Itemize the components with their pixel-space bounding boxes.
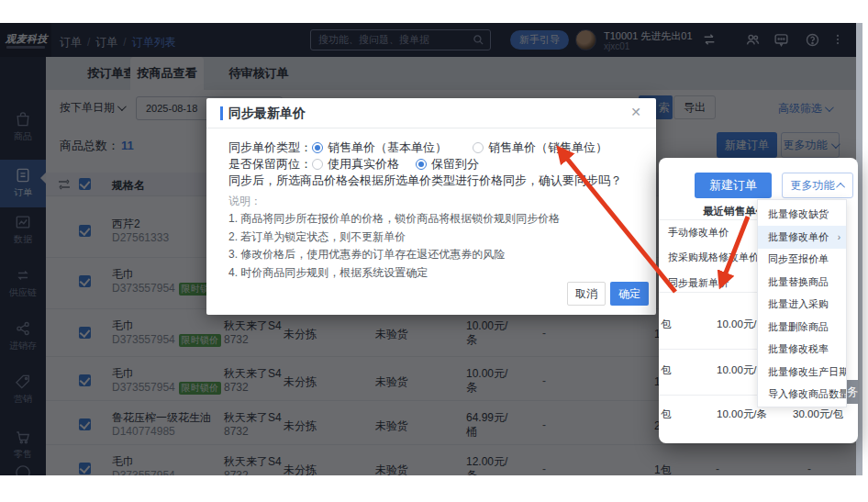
radio-unchecked-icon <box>473 142 484 153</box>
price-fragment: 30.00元/包 <box>793 407 843 421</box>
menu-callout-panel: 新建订单 更多功能 最近销售单价 手动修改单价按采购规格修改单价同步最新单价 包… <box>659 158 858 443</box>
menu-item-7[interactable]: 批量修改税率 <box>758 338 846 361</box>
new-order-button[interactable]: 新建订单 <box>695 173 772 198</box>
more-functions-menu: 批量修改缺货批量修改单价›同步至报价单批量替换商品批量进入采购批量删除商品批量修… <box>757 199 847 407</box>
quantity-fragment: 包 <box>661 318 672 331</box>
radio-unchecked-icon <box>312 159 323 170</box>
quantity-fragment: 包 <box>661 407 672 421</box>
menu-item-9[interactable]: 导入修改商品数量 <box>758 383 846 406</box>
note-line: 2. 若订单为锁定状态，则不更新单价 <box>228 229 560 247</box>
screenshot-stage: 观麦科技 订单/订单/订单列表 搜功能、搜问题、搜单据 新手引导 T10001 … <box>0 0 868 502</box>
dialog-header: 同步最新单价 ✕ <box>206 98 656 128</box>
radio-sale-price-sale-unit[interactable]: 销售单价（销售单位） <box>473 140 607 154</box>
notes-list: 1. 商品将同步所在报价单的价格，锁价商品将根据锁价规则同步价格2. 若订单为锁… <box>228 210 560 282</box>
radio-sale-price-base-unit[interactable]: 销售单价（基本单位） <box>312 140 447 154</box>
radio-checked-icon <box>312 142 323 153</box>
divider <box>659 292 757 293</box>
chevron-up-icon <box>836 182 845 191</box>
confirm-message: 同步后，所选商品价格会根据所选单价类型进行价格同步，确认要同步吗？ <box>228 173 622 189</box>
notes-title: 说明： <box>228 194 262 209</box>
price-fragment: 10.00元/ <box>717 363 756 377</box>
note-line: 3. 修改价格后，使用优惠券的订单存在退还优惠券的风险 <box>228 246 560 264</box>
confirm-button[interactable]: 确定 <box>610 282 649 306</box>
menu-item-sync-latest-price[interactable]: 同步最新单价 <box>668 276 729 290</box>
menu-item-manual-edit-price[interactable]: 手动修改单价 <box>668 226 729 240</box>
radio-keep-to-cent[interactable]: 保留到分 <box>416 157 479 171</box>
keep-decimals-row: 是否保留两位：使用真实价格保留到分 <box>228 156 479 173</box>
dialog-title: 同步最新单价 <box>228 106 306 122</box>
menu-item-edit-by-purchase-spec[interactable]: 按采购规格修改单价 <box>668 251 759 264</box>
menu-item-3[interactable]: 同步至报价单 <box>758 248 846 271</box>
price-fragment: 10.00元/ <box>717 318 756 331</box>
menu-item-1[interactable]: 批量修改缺货 <box>758 203 846 226</box>
submenu-arrow-icon: › <box>838 232 840 242</box>
menu-item-6[interactable]: 批量删除商品 <box>758 316 846 339</box>
note-line: 4. 时价商品同步规则，根据系统设置确定 <box>228 264 560 283</box>
divider <box>659 395 757 396</box>
radio-checked-icon <box>416 159 427 170</box>
sync-latest-price-dialog: 同步最新单价 ✕ 同步单价类型：销售单价（基本单位）销售单价（销售单位） 是否保… <box>206 98 656 315</box>
menu-item-8[interactable]: 批量修改生产日期 <box>758 361 846 384</box>
more-functions-button[interactable]: 更多功能 <box>782 173 853 198</box>
menu-item-5[interactable]: 批量进入采购 <box>758 293 846 316</box>
price-fragment: 10.00元/条 <box>717 407 767 421</box>
close-icon[interactable]: ✕ <box>630 105 641 119</box>
menu-item-2[interactable]: 批量修改单价› <box>758 226 846 249</box>
divider <box>659 349 757 350</box>
cancel-button[interactable]: 取消 <box>567 282 606 306</box>
divider <box>659 219 757 220</box>
quantity-fragment: 包 <box>661 363 672 377</box>
radio-use-real-price[interactable]: 使用真实价格 <box>312 157 399 171</box>
title-accent-bar <box>220 106 223 120</box>
note-line: 1. 商品将同步所在报价单的价格，锁价商品将根据锁价规则同步价格 <box>228 210 560 229</box>
menu-item-4[interactable]: 批量替换商品 <box>758 271 846 294</box>
price-type-row: 同步单价类型：销售单价（基本单位）销售单价（销售单位） <box>228 139 607 156</box>
